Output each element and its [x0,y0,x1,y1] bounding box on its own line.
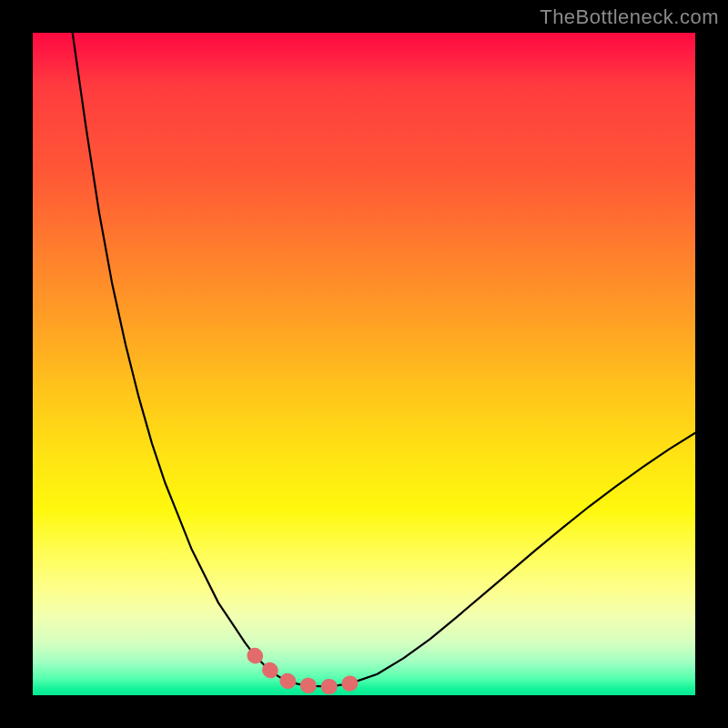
bottleneck-curve [73,33,695,687]
curve-layer [33,33,695,695]
plot-area [33,33,695,695]
optimal-range-highlight [255,655,351,686]
watermark-text: TheBottleneck.com [540,5,719,29]
chart-frame: TheBottleneck.com [0,0,728,728]
